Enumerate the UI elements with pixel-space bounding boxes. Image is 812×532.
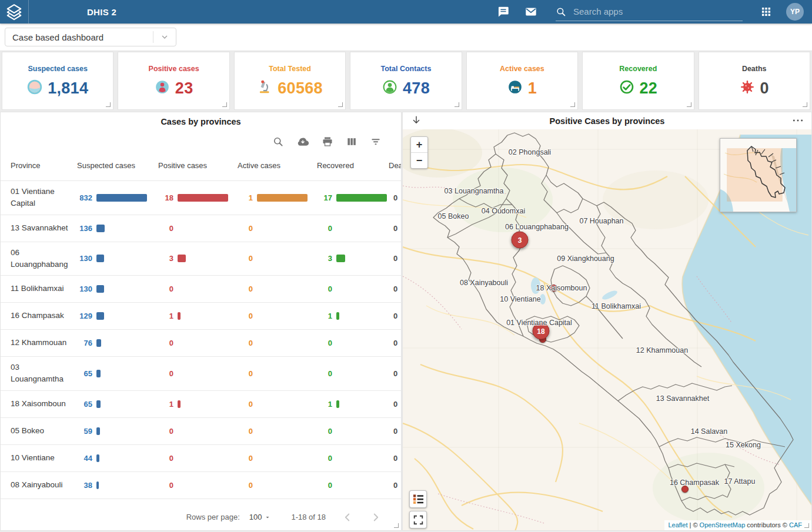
zoom-in-button[interactable]: + [411, 137, 427, 152]
map-label-09-xiangkhouang: 09 Xiangkhouang [557, 255, 614, 263]
suspected-cases-cell: 59 [77, 427, 158, 436]
overview-inset-map[interactable] [720, 138, 797, 212]
download-icon[interactable] [296, 136, 309, 148]
province-cell: 01 Vientiane Capital [11, 181, 77, 215]
province-cell: 13 Savannakhet [11, 218, 77, 239]
previous-page-button[interactable] [341, 511, 354, 524]
map-label-16-champasak: 16 Champasak [670, 479, 719, 487]
dhis2-logo[interactable] [0, 0, 29, 24]
cell-value: 1 [158, 312, 173, 320]
attribution-link-leaflet[interactable]: Leaflet [668, 521, 687, 528]
positive-cases-map-panel: Positive Cases by provinces [402, 112, 812, 531]
map-canvas[interactable]: 02 Phongsali03 Louangnamtha04 Oudomxai05… [403, 129, 811, 530]
case-cluster-marker[interactable]: 3 [512, 232, 529, 249]
resize-handle[interactable] [338, 102, 343, 107]
map-label-08-xainyabouli: 08 Xainyabouli [460, 279, 508, 287]
download-arrow-icon[interactable] [410, 115, 422, 126]
column-header-deaths[interactable]: Deaths [389, 161, 401, 170]
resize-handle[interactable] [394, 523, 399, 528]
kpi-card-deaths[interactable]: Deaths0 [699, 52, 810, 110]
zoom-out-button[interactable]: − [411, 152, 427, 168]
kpi-card-contacts[interactable]: Total Contacts478 [350, 52, 462, 110]
province-cell: 06 Louangphabang [11, 242, 77, 276]
chevron-down-icon [153, 32, 176, 42]
positive-cases-cell: 0 [158, 285, 238, 293]
suspected-cases-cell: 832 [77, 193, 158, 202]
positive-cases-cell: 0 [158, 339, 238, 347]
attribution-link-caf[interactable]: CAF [789, 521, 802, 528]
caret-down-icon [264, 514, 271, 521]
cell-value: 3 [158, 254, 173, 263]
mail-icon[interactable] [524, 5, 538, 18]
search-icon[interactable] [272, 136, 284, 148]
filter-icon[interactable] [370, 136, 382, 148]
recovered-cell: 17 [317, 193, 389, 202]
cell-value: 0 [158, 481, 173, 490]
table-row-11-bolikhamxai: 11 Bolikhamxai1300000 [1, 276, 401, 303]
kpi-card-title: Total Contacts [381, 65, 432, 73]
resize-handle[interactable] [804, 523, 809, 528]
kpi-card-active[interactable]: Active cases1 [466, 52, 578, 110]
kpi-card-tested[interactable]: Total Tested60568 [234, 52, 346, 110]
resize-handle[interactable] [570, 102, 575, 107]
province-cell: 12 Khammouan [11, 332, 77, 353]
legend-button[interactable] [409, 490, 427, 508]
pagination-range: 1-18 of 18 [291, 513, 326, 521]
deaths-cell: 0 [389, 369, 401, 378]
province-cell: 16 Champasak [11, 305, 77, 326]
table-row-18-xaisomboun: 18 Xaisomboun651010 [1, 391, 401, 418]
column-header-active-cases[interactable]: Active cases [238, 161, 317, 170]
resize-handle[interactable] [222, 102, 227, 107]
column-header-recovered[interactable]: Recovered [317, 161, 389, 170]
next-page-button[interactable] [369, 511, 382, 524]
recovered-cell: 0 [317, 339, 389, 347]
kpi-card-positive[interactable]: Positive cases23 [118, 52, 229, 110]
cases-by-provinces-panel: Cases by provinces ProvinceSuspected cas… [0, 112, 402, 531]
inset-map-image [720, 139, 796, 212]
cell-value: 0 [238, 481, 253, 490]
resize-handle[interactable] [687, 102, 691, 107]
app-title: DHIS 2 [69, 7, 134, 17]
cell-bar [96, 339, 101, 347]
kpi-card-title: Suspected cases [28, 65, 87, 73]
messages-icon[interactable] [497, 5, 510, 18]
cell-value: 130 [77, 285, 92, 293]
print-icon[interactable] [322, 136, 333, 148]
resize-handle[interactable] [803, 102, 807, 107]
kpi-card-value: 60568 [278, 79, 323, 98]
active-cases-cell: 0 [238, 224, 317, 233]
province-cell: 11 Bolikhamxai [11, 278, 77, 299]
dashboard-select[interactable]: Case based dashboard [5, 28, 176, 46]
resize-handle[interactable] [106, 102, 111, 107]
positive-cases-cell: 1 [158, 400, 238, 409]
kpi-card-value-row: 23 [155, 79, 193, 98]
province-cell: 18 Xaisomboun [11, 393, 77, 414]
search-apps-field[interactable] [556, 3, 743, 21]
recovered-check-icon [619, 79, 634, 97]
column-header-province[interactable]: Province [11, 161, 77, 170]
avatar[interactable]: YP [786, 3, 804, 21]
dashboard-select-value: Case based dashboard [5, 32, 153, 42]
suspected-cases-cell: 65 [77, 369, 158, 378]
suspected-cases-cell: 44 [77, 454, 158, 463]
cell-value: 38 [77, 481, 92, 490]
cell-value: 0 [238, 254, 253, 263]
cell-bar [96, 454, 99, 462]
kpi-card-value-row: 60568 [257, 79, 323, 98]
attribution-link-openstreetmap[interactable]: OpenStreetMap [700, 521, 746, 528]
columns-icon[interactable] [346, 136, 357, 148]
rows-per-page-select[interactable]: 100 [249, 513, 272, 521]
resize-handle[interactable] [455, 102, 459, 107]
table-row-01-vientiane-capital: 01 Vientiane Capital832181170 [1, 181, 401, 215]
cell-value: 1 [238, 193, 253, 202]
more-options-icon[interactable] [792, 118, 804, 123]
cell-value: 0 [238, 224, 253, 233]
cell-value: 1 [158, 400, 173, 409]
fullscreen-button[interactable] [409, 511, 427, 528]
search-apps-input[interactable] [572, 6, 743, 17]
kpi-card-recovered[interactable]: Recovered22 [582, 52, 694, 110]
column-header-positive-cases[interactable]: Positive cases [158, 161, 238, 170]
apps-grid-icon[interactable] [760, 6, 772, 18]
kpi-card-suspected[interactable]: Suspected cases1,814 [2, 52, 113, 110]
column-header-suspected-cases[interactable]: Suspected cases [77, 161, 158, 170]
